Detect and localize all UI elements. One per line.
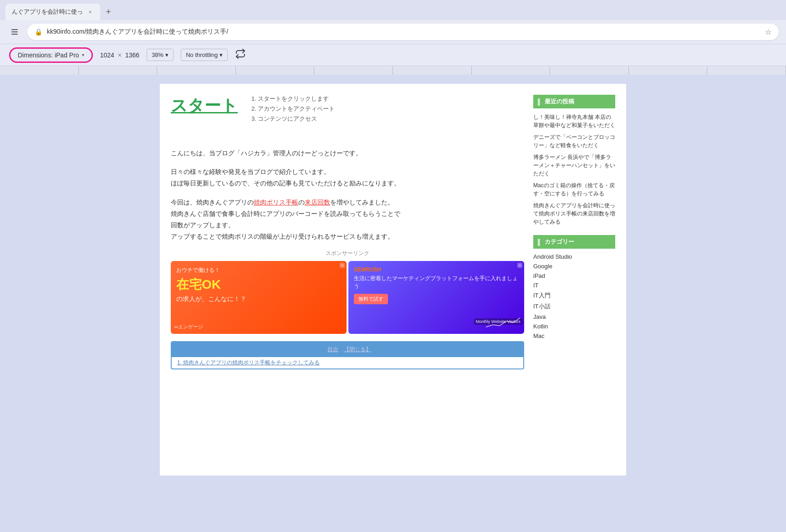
- main-area: スタート 1. スタートをクリックします 2. アカウントをアクティベート 3.…: [0, 75, 786, 485]
- ad-orange-small-text: おウチで働ける！: [176, 266, 341, 274]
- sidebar-recent-posts: 最近の投稿 し！美味し！禅寺丸本舗 本店の草餅や最中など和菓子をいただく デニー…: [533, 95, 615, 226]
- tab-bar: んぐアプリを会計時に使っ × +: [0, 0, 786, 20]
- sidebar-categories-header: カテゴリー: [533, 235, 615, 249]
- ad-purple-cta[interactable]: 無料で試す: [354, 294, 388, 304]
- hero-step-2: 2. アカウントをアクティベート: [251, 105, 335, 113]
- ruler-segment: [472, 66, 551, 75]
- toc-header: 目次 【閉じる】: [172, 342, 523, 357]
- hero-steps: 1. スタートをクリックします 2. アカウントをアクティベート 3. コンテン…: [251, 95, 335, 125]
- active-tab[interactable]: んぐアプリを会計時に使っ ×: [5, 4, 100, 20]
- hero-section: スタート 1. スタートをクリックします 2. アカウントをアクティベート 3.…: [171, 95, 524, 134]
- sidebar-recent-post-5[interactable]: 焼肉きんぐアプリを会計時に使って焼肉ポリス手帳の来店回数を増やしてみる: [533, 201, 615, 226]
- sidebar-cat-google[interactable]: Google: [533, 263, 615, 270]
- svg-rect-1: [11, 31, 18, 32]
- toc-item-1[interactable]: 1. 焼肉きんぐアプリの焼肉ポリス手帳をチェックしてみる: [172, 357, 523, 368]
- sponsor-label: スポンサーリンク: [171, 250, 524, 257]
- nav-bar: 🔒 kk90info.com/焼肉きんぐアプリを会計時に使って焼肉ポリス手/ ☆: [0, 20, 786, 44]
- ad-purple-text: 生活に密着したマーケティングプラットフォームを手に入れましょう: [354, 275, 519, 290]
- ruler-segment: [157, 66, 236, 75]
- sidebar-cat-java[interactable]: Java: [533, 313, 615, 320]
- ad-box-purple[interactable]: × SEMRUSH 生活に密着したマーケティングプラットフォームを手に入れましょ…: [348, 261, 524, 334]
- toc-title: 目次: [327, 346, 338, 353]
- sidebar-cat-it-stories[interactable]: IT小話: [533, 302, 615, 311]
- sidebar-categories: カテゴリー Android Studio Google iPad IT IT入門…: [533, 235, 615, 339]
- throttle-arrow-icon: ▾: [219, 51, 223, 58]
- zoom-arrow-icon: ▾: [165, 51, 168, 58]
- throttle-dropdown-button[interactable]: No throttling ▾: [181, 49, 228, 61]
- ad-purple-brand: SEMRUSH: [354, 266, 519, 273]
- bookmark-icon[interactable]: ☆: [765, 28, 771, 36]
- ruler-segment: [550, 66, 629, 75]
- ad-close-purple[interactable]: ×: [517, 263, 522, 268]
- size-display: 1024 × 1366: [100, 51, 140, 59]
- nav-menu-icon[interactable]: [7, 25, 22, 39]
- ruler-segment: [629, 66, 708, 75]
- sidebar-cat-it[interactable]: IT: [533, 282, 615, 289]
- hero-step-1: 1. スタートをクリックします: [251, 95, 335, 103]
- size-separator: ×: [118, 51, 122, 59]
- dimensions-arrow-icon: ▾: [82, 52, 84, 57]
- dimensions-dropdown-button[interactable]: Dimensions: iPad Pro ▾: [9, 47, 93, 63]
- secure-icon: 🔒: [35, 28, 42, 36]
- rotate-icon[interactable]: [235, 48, 246, 61]
- zoom-label: 38%: [152, 51, 163, 58]
- toc-box: 目次 【閉じる】 1. 焼肉きんぐアプリの焼肉ポリス手帳をチェックしてみる: [171, 341, 524, 369]
- ruler-segment: [79, 66, 158, 75]
- sidebar-cat-it-intro[interactable]: IT入門: [533, 292, 615, 300]
- sidebar-cat-ipad[interactable]: iPad: [533, 272, 615, 279]
- ad-row: × おウチで働ける！ 在宅OK の求人が、こんなに！？ ∞エンゲージ × SEM…: [171, 261, 524, 334]
- ad-box-orange[interactable]: × おウチで働ける！ 在宅OK の求人が、こんなに！？ ∞エンゲージ: [171, 261, 347, 334]
- hero-step-3: 3. コンテンツにアクセス: [251, 115, 335, 123]
- address-bar[interactable]: 🔒 kk90info.com/焼肉きんぐアプリを会計時に使って焼肉ポリス手/ ☆: [27, 24, 779, 40]
- ad-purple-graph: [486, 316, 522, 330]
- toc-close-btn[interactable]: 【閉じる】: [344, 346, 371, 353]
- body-paragraph-1: こんにちは、当ブログ「ハジカラ」管理人のけーどっとけーです。: [171, 148, 524, 159]
- highlight-yakumeat: 焼肉ポリス手帳: [254, 199, 298, 206]
- throttle-label: No throttling: [186, 51, 218, 58]
- ruler-segment: [236, 66, 315, 75]
- sidebar-cat-kotlin[interactable]: Kotlin: [533, 323, 615, 330]
- ruler-segment: [314, 66, 393, 75]
- tab-title: んぐアプリを会計時に使っ: [12, 8, 83, 16]
- sidebar-recent-post-2[interactable]: デニーズで「ベーコンとブロッコリー」など軽食をいただく: [533, 133, 615, 149]
- content-main: スタート 1. スタートをクリックします 2. アカウントをアクティベート 3.…: [171, 95, 524, 465]
- ad-close-orange[interactable]: ×: [340, 263, 345, 268]
- ruler-segment: [0, 66, 79, 75]
- ad-orange-sub-text: の求人が、こんなに！？: [176, 295, 341, 303]
- webpage: スタート 1. スタートをクリックします 2. アカウントをアクティベート 3.…: [160, 84, 626, 476]
- ruler-segment: [707, 66, 786, 75]
- ruler-area: [0, 66, 786, 75]
- ruler-segment: [393, 66, 472, 75]
- address-text: kk90info.com/焼肉きんぐアプリを会計時に使って焼肉ポリス手/: [47, 28, 760, 36]
- highlight-visit: 来店回数: [305, 199, 330, 206]
- new-tab-button[interactable]: +: [102, 5, 115, 18]
- ad-orange-big-text: 在宅OK: [176, 276, 341, 293]
- body-paragraph-2: 日々の様々な経験や発見を当ブログで紹介しています。 ほぼ毎日更新しているので、そ…: [171, 166, 524, 189]
- hero-title: スタート: [171, 95, 238, 117]
- viewport-width: 1024: [100, 51, 114, 59]
- svg-rect-2: [11, 34, 18, 35]
- sidebar-recent-post-1[interactable]: し！美味し！禅寺丸本舗 本店の草餅や最中など和菓子をいただく: [533, 113, 615, 129]
- dimensions-label: Dimensions: iPad Pro: [18, 51, 79, 59]
- svg-rect-0: [11, 29, 18, 30]
- body-paragraph-3: 今回は、焼肉きんぐアプリの焼肉ポリス手帳の来店回数を増やしてみました。 焼肉きん…: [171, 197, 524, 243]
- sidebar-recent-post-4[interactable]: Macのゴミ箱の操作（捨てる・戻す・空にする）を行ってみる: [533, 181, 615, 198]
- content-sidebar: 最近の投稿 し！美味し！禅寺丸本舗 本店の草餅や最中など和菓子をいただく デニー…: [533, 95, 615, 465]
- tab-close-button[interactable]: ×: [87, 8, 94, 15]
- browser-chrome: んぐアプリを会計時に使っ × + 🔒 kk90info.com/焼肉きんぐアプリ…: [0, 0, 786, 75]
- sidebar-cat-android-studio[interactable]: Android Studio: [533, 253, 615, 260]
- sidebar-cat-mac[interactable]: Mac: [533, 332, 615, 339]
- viewport-height: 1366: [125, 51, 139, 59]
- zoom-dropdown-button[interactable]: 38% ▾: [147, 49, 174, 61]
- sidebar-recent-header: 最近の投稿: [533, 95, 615, 108]
- devtools-bar: Dimensions: iPad Pro ▾ 1024 × 1366 38% ▾…: [0, 44, 786, 66]
- ad-orange-logo: ∞エンゲージ: [174, 323, 203, 330]
- sidebar-recent-post-3[interactable]: 博多ラーメン 長浜やで「博多ラーメン＋チャーハンセット」をいただく: [533, 153, 615, 178]
